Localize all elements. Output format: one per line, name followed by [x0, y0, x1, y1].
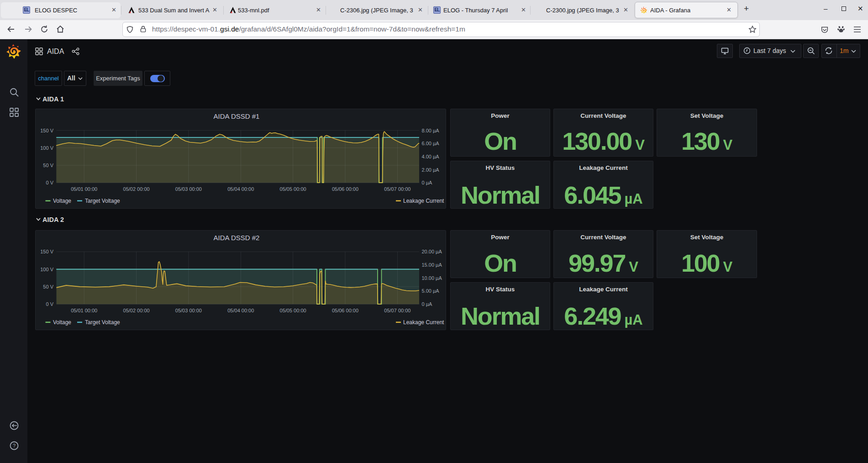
svg-text:Target Voltage: Target Voltage — [85, 198, 120, 204]
svg-text:05/06 00:00: 05/06 00:00 — [332, 308, 358, 313]
svg-text:50 V: 50 V — [43, 284, 53, 289]
svg-text:10.00 µA: 10.00 µA — [422, 275, 442, 281]
svg-text:05/03 00:00: 05/03 00:00 — [175, 308, 202, 313]
svg-text:6.00 µA: 6.00 µA — [422, 141, 440, 146]
svg-text:05/03 00:00: 05/03 00:00 — [175, 186, 202, 192]
svg-text:0 µA: 0 µA — [422, 180, 433, 185]
svg-text:AIDA DSSD #2: AIDA DSSD #2 — [214, 234, 260, 242]
svg-text:150 V: 150 V — [40, 128, 53, 133]
svg-text:Target Voltage: Target Voltage — [85, 319, 120, 326]
svg-text:05/05 00:00: 05/05 00:00 — [280, 308, 306, 313]
svg-text:100 V: 100 V — [40, 145, 53, 151]
svg-text:05/07 00:00: 05/07 00:00 — [384, 308, 410, 313]
svg-text:05/07 00:00: 05/07 00:00 — [384, 186, 410, 192]
svg-text:150 V: 150 V — [40, 249, 53, 254]
svg-text:5.00 µA: 5.00 µA — [422, 288, 440, 294]
svg-text:05/01 00:00: 05/01 00:00 — [71, 186, 97, 192]
svg-text:15.00 µA: 15.00 µA — [422, 262, 442, 268]
svg-text:100 V: 100 V — [40, 267, 53, 272]
svg-text:?: ? — [13, 443, 16, 448]
svg-text:20.00 µA: 20.00 µA — [422, 249, 442, 254]
svg-text:05/02 00:00: 05/02 00:00 — [123, 308, 150, 313]
svg-text:0 V: 0 V — [46, 180, 53, 185]
svg-text:8.00 µA: 8.00 µA — [422, 128, 440, 133]
svg-text:05/06 00:00: 05/06 00:00 — [332, 186, 358, 192]
svg-text:Voltage: Voltage — [53, 198, 71, 204]
svg-text:2.00 µA: 2.00 µA — [422, 167, 440, 173]
svg-text:05/04 00:00: 05/04 00:00 — [227, 308, 254, 313]
svg-text:05/05 00:00: 05/05 00:00 — [280, 186, 306, 192]
svg-text:4.00 µA: 4.00 µA — [422, 154, 440, 159]
svg-text:0 V: 0 V — [46, 301, 53, 307]
svg-text:AIDA DSSD #1: AIDA DSSD #1 — [214, 112, 260, 120]
svg-text:05/04 00:00: 05/04 00:00 — [227, 186, 254, 192]
svg-text:Leakage Current: Leakage Current — [403, 198, 444, 204]
svg-text:50 V: 50 V — [43, 163, 53, 168]
svg-text:Voltage: Voltage — [53, 319, 71, 326]
svg-text:05/01 00:00: 05/01 00:00 — [71, 308, 97, 313]
svg-text:Leakage Current: Leakage Current — [403, 319, 444, 326]
svg-text:0 µA: 0 µA — [422, 301, 433, 307]
svg-text:05/02 00:00: 05/02 00:00 — [123, 186, 150, 192]
